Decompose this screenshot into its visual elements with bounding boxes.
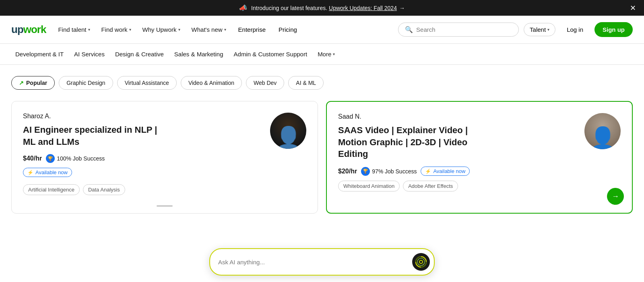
announcement-banner: 📣 Introducing our latest features. Upwor… bbox=[0, 0, 644, 16]
tags-saad: Whiteboard Animation Adobe After Effects bbox=[338, 181, 621, 191]
pill-ai-ml[interactable]: AI & ML bbox=[288, 76, 324, 90]
main-header: upwork Find talent ▾ Find work ▾ Why Upw… bbox=[0, 16, 644, 44]
talent-filter-dropdown[interactable]: Talent ▾ bbox=[524, 23, 555, 36]
banner-arrow: → bbox=[399, 5, 405, 11]
nav-whats-new[interactable]: What's new ▾ bbox=[188, 23, 230, 36]
signup-button[interactable]: Sign up bbox=[594, 22, 633, 37]
chevron-down-icon: ▾ bbox=[224, 27, 226, 32]
rate-sharoz: $40/hr bbox=[23, 155, 42, 162]
chevron-down-icon: ▾ bbox=[547, 27, 549, 32]
category-design-creative[interactable]: Design & Creative bbox=[111, 48, 168, 60]
banner-text: Introducing our latest features. bbox=[251, 5, 327, 11]
avatar-sharoz bbox=[270, 113, 306, 149]
tag-whiteboard: Whiteboard Animation bbox=[338, 181, 400, 191]
category-admin-support[interactable]: Admin & Customer Support bbox=[230, 48, 312, 60]
category-development-it[interactable]: Development & IT bbox=[11, 48, 68, 60]
search-input[interactable] bbox=[416, 26, 512, 33]
freelancer-card-saad: Saad N. SAAS Video | Explainer Video | M… bbox=[326, 101, 633, 214]
category-nav: Development & IT AI Services Design & Cr… bbox=[0, 44, 644, 65]
nav-why-upwork[interactable]: Why Upwork ▾ bbox=[138, 23, 184, 36]
job-success-saad: 🏆 97% Job Success bbox=[361, 167, 417, 176]
rate-row-sharoz: $40/hr 🏆 100% Job Success bbox=[23, 154, 306, 163]
chevron-down-icon: ▾ bbox=[178, 27, 180, 32]
banner-link[interactable]: Upwork Updates: Fall 2024 bbox=[329, 5, 397, 11]
rate-saad: $20/hr bbox=[338, 168, 357, 175]
nav-enterprise[interactable]: Enterprise bbox=[233, 23, 270, 36]
available-badge-saad: ⚡ Available now bbox=[421, 167, 470, 176]
banner-close-button[interactable]: ✕ bbox=[630, 4, 636, 12]
category-sales-marketing[interactable]: Sales & Marketing bbox=[170, 48, 227, 60]
trophy-icon: 🏆 bbox=[361, 167, 370, 176]
trophy-icon: 🏆 bbox=[46, 154, 55, 163]
pill-graphic-design[interactable]: Graphic Design bbox=[59, 76, 113, 90]
freelancer-cards-grid: Sharoz A. AI Engineer specialized in NLP… bbox=[11, 101, 633, 214]
freelancer-name-saad: Saad N. bbox=[338, 113, 621, 120]
chevron-down-icon: ▾ bbox=[333, 52, 335, 56]
available-badge-sharoz: ⚡ Available now bbox=[23, 168, 72, 177]
nav-find-talent[interactable]: Find talent ▾ bbox=[54, 23, 94, 36]
login-button[interactable]: Log in bbox=[560, 23, 590, 36]
ai-bar-wrapper bbox=[209, 243, 435, 246]
tag-data: Data Analysis bbox=[83, 184, 125, 195]
pill-popular[interactable]: ↗ Popular bbox=[11, 76, 55, 90]
search-icon: 🔍 bbox=[405, 26, 413, 33]
megaphone-icon: 📣 bbox=[239, 4, 247, 12]
category-more[interactable]: More ▾ bbox=[314, 48, 339, 60]
bolt-icon: ⚡ bbox=[27, 170, 33, 175]
freelancer-name-sharoz: Sharoz A. bbox=[23, 113, 306, 120]
bolt-icon: ⚡ bbox=[425, 169, 431, 174]
avatar-saad bbox=[584, 113, 621, 149]
scroll-indicator bbox=[157, 205, 173, 207]
filter-pills: ↗ Popular Graphic Design Virtual Assista… bbox=[11, 76, 633, 90]
category-ai-services[interactable]: AI Services bbox=[70, 48, 109, 60]
search-bar[interactable]: 🔍 bbox=[398, 23, 519, 37]
main-content: ↗ Popular Graphic Design Virtual Assista… bbox=[0, 65, 644, 246]
card-arrow-button-saad[interactable]: → bbox=[607, 188, 624, 205]
nav-pricing[interactable]: Pricing bbox=[274, 23, 302, 36]
pill-virtual-assistance[interactable]: Virtual Assistance bbox=[117, 76, 177, 90]
rate-row-saad: $20/hr 🏆 97% Job Success ⚡ Available now bbox=[338, 167, 621, 176]
chevron-down-icon: ▾ bbox=[129, 27, 131, 32]
trend-icon: ↗ bbox=[19, 80, 24, 86]
nav-find-work[interactable]: Find work ▾ bbox=[97, 23, 135, 36]
pill-video-animation[interactable]: Video & Animation bbox=[181, 76, 242, 90]
freelancer-title-saad: SAAS Video | Explainer Video | Motion Gr… bbox=[338, 124, 475, 160]
job-success-sharoz: 🏆 100% Job Success bbox=[46, 154, 105, 163]
chevron-down-icon: ▾ bbox=[88, 27, 90, 32]
tag-aftereffects: Adobe After Effects bbox=[403, 181, 458, 191]
tags-sharoz: Artificial Intelligence Data Analysis bbox=[23, 184, 306, 195]
pill-web-dev[interactable]: Web Dev bbox=[246, 76, 284, 90]
freelancer-title-sharoz: AI Engineer specialized in NLP | ML and … bbox=[23, 124, 160, 148]
tag-ai: Artificial Intelligence bbox=[23, 184, 80, 195]
upwork-logo[interactable]: upwork bbox=[11, 23, 46, 36]
freelancer-card-sharoz: Sharoz A. AI Engineer specialized in NLP… bbox=[11, 101, 318, 214]
